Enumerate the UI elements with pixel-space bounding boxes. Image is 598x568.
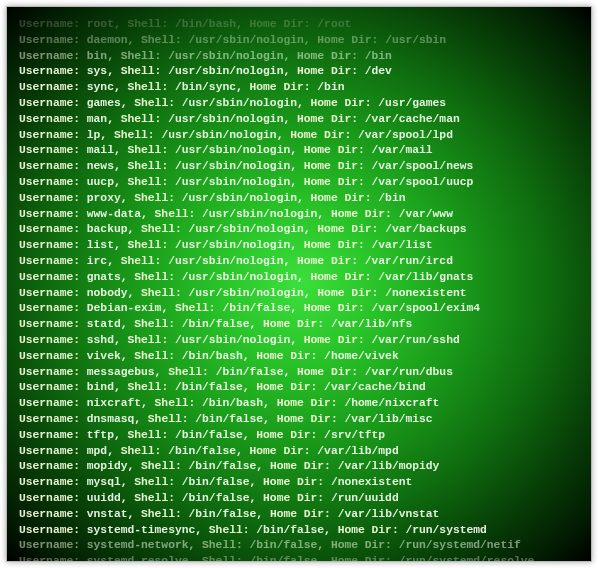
homedir-value: /var/run/ircd — [365, 255, 453, 267]
homedir-label: Home Dir: — [270, 508, 331, 520]
shell-label: Shell: — [127, 18, 168, 30]
shell-label: Shell: — [127, 381, 168, 393]
user-row: Username: systemd-resolve, Shell: /bin/f… — [19, 554, 579, 562]
homedir-value: /var/spool/exim4 — [372, 302, 480, 314]
homedir-value: /usr/sbin — [385, 34, 446, 46]
homedir-value: /nonexistent — [331, 476, 412, 488]
shell-label: Shell: — [134, 97, 175, 109]
username-label: Username: — [19, 539, 80, 551]
user-row: Username: mail, Shell: /usr/sbin/nologin… — [19, 143, 579, 159]
shell-label: Shell: — [127, 176, 168, 188]
homedir-label: Home Dir: — [297, 65, 358, 77]
username-value: Debian-exim — [87, 302, 162, 314]
username-value: list — [87, 239, 114, 251]
user-row: Username: mopidy, Shell: /bin/false, Hom… — [19, 459, 579, 475]
username-label: Username: — [19, 381, 80, 393]
username-value: sshd — [87, 334, 114, 346]
user-row: Username: dnsmasq, Shell: /bin/false, Ho… — [19, 412, 579, 428]
shell-value: /usr/sbin/nologin — [168, 50, 283, 62]
username-label: Username: — [19, 223, 80, 235]
shell-value: /usr/sbin/nologin — [168, 113, 283, 125]
shell-label: Shell: — [134, 350, 175, 362]
homedir-value: /var/backups — [385, 223, 466, 235]
username-label: Username: — [19, 397, 80, 409]
user-row: Username: tftp, Shell: /bin/false, Home … — [19, 428, 579, 444]
username-label: Username: — [19, 287, 80, 299]
homedir-value: /srv/tftp — [324, 429, 385, 441]
homedir-value: /root — [317, 18, 351, 30]
shell-value: /usr/sbin/nologin — [202, 208, 317, 220]
homedir-label: Home Dir: — [317, 34, 378, 46]
username-value: mopidy — [87, 460, 128, 472]
homedir-value: /home/vivek — [324, 350, 399, 362]
shell-label: Shell: — [155, 397, 196, 409]
homedir-value: /var/lib/misc — [344, 413, 432, 425]
homedir-label: Home Dir: — [250, 18, 311, 30]
homedir-value: /var/lib/gnats — [378, 271, 473, 283]
user-row: Username: www-data, Shell: /usr/sbin/nol… — [19, 207, 579, 223]
username-value: www-data — [87, 208, 141, 220]
homedir-value: /bin — [317, 81, 344, 93]
homedir-label: Home Dir: — [304, 334, 365, 346]
terminal-output: Username: root, Shell: /bin/bash, Home D… — [6, 6, 592, 562]
user-row: Username: lp, Shell: /usr/sbin/nologin, … — [19, 128, 579, 144]
homedir-value: /var/cache/man — [365, 113, 460, 125]
username-label: Username: — [19, 445, 80, 457]
user-row: Username: news, Shell: /usr/sbin/nologin… — [19, 159, 579, 175]
user-row: Username: nobody, Shell: /usr/sbin/nolog… — [19, 286, 579, 302]
username-label: Username: — [19, 492, 80, 504]
homedir-value: /run/systemd — [405, 524, 486, 536]
username-label: Username: — [19, 524, 80, 536]
shell-label: Shell: — [121, 113, 162, 125]
shell-value: /usr/sbin/nologin — [175, 160, 290, 172]
user-row: Username: systemd-timesync, Shell: /bin/… — [19, 523, 579, 539]
username-label: Username: — [19, 476, 80, 488]
shell-value: /usr/sbin/nologin — [189, 223, 304, 235]
shell-label: Shell: — [121, 445, 162, 457]
username-label: Username: — [19, 208, 80, 220]
shell-value: /usr/sbin/nologin — [189, 287, 304, 299]
shell-value: /usr/sbin/nologin — [161, 129, 276, 141]
shell-label: Shell: — [121, 65, 162, 77]
homedir-value: /var/cache/bind — [324, 381, 426, 393]
homedir-value: /var/list — [372, 239, 433, 251]
homedir-value: /bin — [365, 50, 392, 62]
shell-label: Shell: — [127, 160, 168, 172]
username-label: Username: — [19, 160, 80, 172]
homedir-value: /usr/games — [378, 97, 446, 109]
username-value: vivek — [87, 350, 121, 362]
user-row: Username: vivek, Shell: /bin/bash, Home … — [19, 349, 579, 365]
user-row: Username: uucp, Shell: /usr/sbin/nologin… — [19, 175, 579, 191]
username-value: man — [87, 113, 107, 125]
user-row: Username: nixcraft, Shell: /bin/bash, Ho… — [19, 396, 579, 412]
username-value: proxy — [87, 192, 121, 204]
shell-value: /bin/false — [182, 492, 250, 504]
username-label: Username: — [19, 302, 80, 314]
homedir-value: /var/spool/news — [372, 160, 474, 172]
shell-label: Shell: — [127, 429, 168, 441]
username-label: Username: — [19, 350, 80, 362]
shell-label: Shell: — [134, 318, 175, 330]
shell-value: /usr/sbin/nologin — [182, 271, 297, 283]
homedir-value: /home/nixcraft — [344, 397, 439, 409]
shell-value: /bin/sync — [175, 81, 236, 93]
shell-value: /usr/sbin/nologin — [182, 192, 297, 204]
username-label: Username: — [19, 113, 80, 125]
homedir-value: /var/lib/mpd — [317, 445, 398, 457]
shell-value: /bin/false — [175, 429, 243, 441]
homedir-value: /var/mail — [372, 144, 433, 156]
homedir-value: /var/lib/nfs — [331, 318, 412, 330]
shell-value: /bin/bash — [182, 350, 243, 362]
username-label: Username: — [19, 271, 80, 283]
homedir-label: Home Dir: — [277, 413, 338, 425]
username-value: sys — [87, 65, 107, 77]
shell-label: Shell: — [127, 81, 168, 93]
user-row: Username: uuidd, Shell: /bin/false, Home… — [19, 491, 579, 507]
shell-value: /usr/sbin/nologin — [182, 97, 297, 109]
homedir-value: /var/www — [399, 208, 453, 220]
username-label: Username: — [19, 318, 80, 330]
shell-value: /usr/sbin/nologin — [175, 334, 290, 346]
homedir-label: Home Dir: — [256, 381, 317, 393]
homedir-label: Home Dir: — [304, 239, 365, 251]
username-value: mysql — [87, 476, 121, 488]
